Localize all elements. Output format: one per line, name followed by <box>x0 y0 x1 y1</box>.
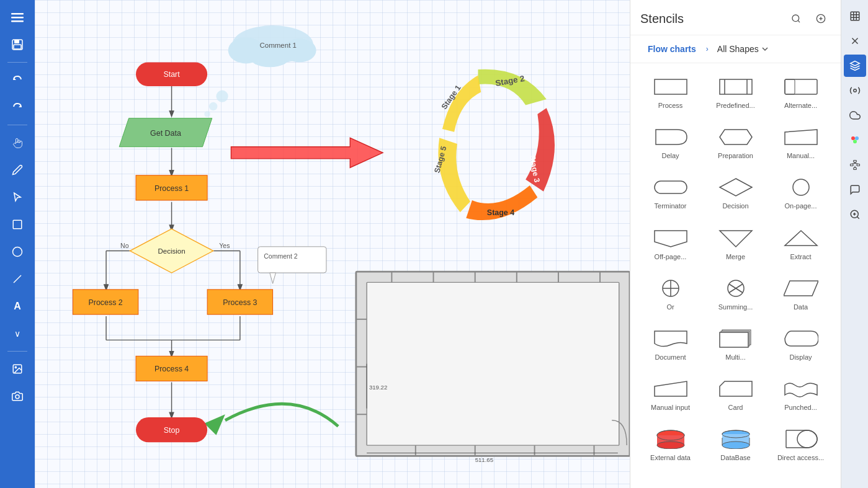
stencils-grid: Process Predefined... Alternate... Delay <box>630 63 841 488</box>
shape-merge[interactable]: Merge <box>705 222 766 265</box>
shape-label-preparation: Preparation <box>718 152 753 160</box>
svg-point-136 <box>855 136 859 140</box>
svg-point-35 <box>209 102 217 110</box>
shape-label-delay: Delay <box>661 152 679 160</box>
shape-label-document: Document <box>655 353 686 362</box>
shape-label-summing: Summing... <box>718 303 753 311</box>
zoom-fit-button[interactable] <box>844 203 866 226</box>
shape-manualinput[interactable]: Manual input <box>640 373 700 415</box>
save-button[interactable] <box>5 32 30 57</box>
image-button[interactable] <box>5 357 30 381</box>
shape-document[interactable]: Document <box>640 322 700 365</box>
svg-text:Yes: Yes <box>219 242 230 249</box>
svg-marker-65 <box>204 414 225 435</box>
canvas-area[interactable]: No Yes Comment 1 Comment 2 Stage 2 Stage… <box>35 0 630 488</box>
svg-line-147 <box>857 216 859 218</box>
rectangle-button[interactable] <box>5 212 30 237</box>
shape-label-data: Data <box>794 303 808 311</box>
shape-externaldata[interactable]: External data <box>640 423 700 466</box>
camera-button[interactable] <box>5 384 30 409</box>
svg-text:Comment 2: Comment 2 <box>264 252 298 260</box>
shape-onpage[interactable]: On-page... <box>771 171 831 214</box>
shape-predefined[interactable]: Predefined... <box>705 71 766 113</box>
svg-rect-127 <box>851 12 859 20</box>
tab-flowcharts[interactable]: Flow charts <box>640 40 704 58</box>
shape-display[interactable]: Display <box>771 322 831 365</box>
shape-multi[interactable]: Multi... <box>705 322 766 365</box>
svg-text:Stage 4: Stage 4 <box>487 208 514 217</box>
shape-data[interactable]: Data <box>771 272 831 315</box>
diagram-tree-button[interactable] <box>844 154 866 176</box>
svg-line-10 <box>14 275 21 283</box>
diagram-canvas[interactable]: No Yes Comment 1 Comment 2 Stage 2 Stage… <box>35 0 630 488</box>
svg-marker-40 <box>231 138 383 167</box>
text-button[interactable]: A <box>5 294 30 319</box>
svg-marker-95 <box>720 179 752 196</box>
line-button[interactable] <box>5 267 30 291</box>
more-button[interactable]: ∨ <box>5 321 30 346</box>
svg-marker-97 <box>655 231 687 247</box>
shape-terminator[interactable]: Terminator <box>640 171 700 214</box>
theme-color-button[interactable] <box>844 129 866 151</box>
shape-label-manualinput: Manual input <box>651 404 690 412</box>
svg-marker-93 <box>785 130 817 144</box>
svg-line-82 <box>798 20 800 22</box>
svg-rect-5 <box>14 45 21 49</box>
undo-button[interactable] <box>5 68 30 92</box>
svg-point-137 <box>853 140 857 143</box>
svg-point-34 <box>216 91 228 102</box>
stencils-title: Stencils <box>640 12 684 26</box>
shape-alternate[interactable]: Alternate... <box>771 71 831 113</box>
stencil-search-button[interactable] <box>786 9 806 29</box>
shape-manual[interactable]: Manual... <box>771 121 831 164</box>
shape-extract[interactable]: Extract <box>771 222 831 265</box>
shape-process[interactable]: Process <box>640 71 700 113</box>
shape-preparation[interactable]: Preparation <box>705 121 766 164</box>
format-settings-button[interactable] <box>844 79 866 102</box>
svg-marker-7 <box>19 105 21 107</box>
shape-delay[interactable]: Delay <box>640 121 700 164</box>
stencil-edit-button[interactable] <box>811 9 831 29</box>
close-stencils-button[interactable] <box>844 30 866 52</box>
hand-tool-button[interactable] <box>5 130 30 155</box>
svg-text:511.65: 511.65 <box>475 456 493 463</box>
redo-button[interactable] <box>5 95 30 120</box>
svg-text:Process 3: Process 3 <box>223 298 257 307</box>
menu-button[interactable] <box>5 5 30 30</box>
shape-label-manual: Manual... <box>787 152 815 160</box>
shape-card[interactable]: Card <box>705 373 766 415</box>
svg-rect-122 <box>786 430 807 448</box>
stop-label: Stop <box>164 426 180 435</box>
shape-database[interactable]: DataBase <box>705 423 766 466</box>
snap-toggle-button[interactable] <box>844 55 866 77</box>
shape-summing[interactable]: Summing... <box>705 272 766 315</box>
svg-text:Process 1: Process 1 <box>154 184 189 193</box>
shape-offpage[interactable]: Off-page... <box>640 222 700 265</box>
comment-button[interactable] <box>844 179 866 201</box>
shape-label-predefined: Predefined... <box>716 102 754 110</box>
svg-rect-141 <box>857 164 860 166</box>
svg-marker-92 <box>720 130 752 144</box>
shape-decision[interactable]: Decision <box>705 171 766 214</box>
svg-rect-140 <box>853 168 856 170</box>
svg-point-117 <box>722 441 749 449</box>
svg-rect-0 <box>11 13 24 15</box>
shape-or[interactable]: Or <box>640 272 700 315</box>
svg-rect-4 <box>14 40 19 43</box>
svg-marker-110 <box>655 381 687 396</box>
svg-text:Get Data: Get Data <box>150 129 181 138</box>
shape-directaccess[interactable]: Direct access... <box>771 423 831 466</box>
pen-button[interactable] <box>5 157 30 182</box>
svg-point-113 <box>657 441 684 449</box>
tab-all-shapes[interactable]: All Shapes <box>711 40 775 58</box>
shape-label-alternate: Alternate... <box>784 102 817 110</box>
svg-rect-90 <box>785 79 817 94</box>
ellipse-button[interactable] <box>5 239 30 264</box>
cloud-sync-button[interactable] <box>844 104 866 126</box>
shape-punched[interactable]: Punched... <box>771 373 831 415</box>
select-button[interactable] <box>5 185 30 210</box>
pages-panel-button[interactable] <box>844 5 866 27</box>
stencils-tabs: Flow charts › All Shapes <box>630 35 841 63</box>
shape-label-display: Display <box>789 353 812 362</box>
svg-marker-38 <box>270 273 276 283</box>
